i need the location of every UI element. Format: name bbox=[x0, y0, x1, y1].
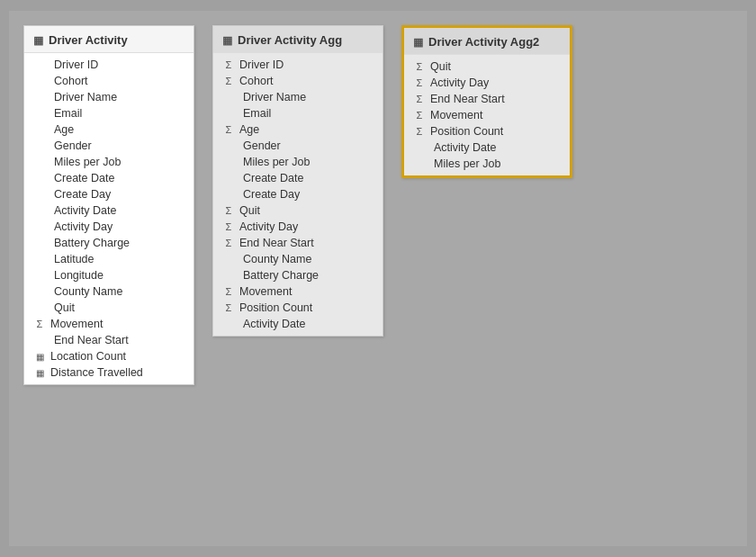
field-name-label: Quit bbox=[239, 204, 374, 217]
field-name-label: County Name bbox=[54, 285, 184, 298]
field-name-label: Cohort bbox=[239, 75, 374, 87]
field-row[interactable]: Create Date bbox=[24, 170, 194, 186]
field-name-label: Create Day bbox=[54, 188, 184, 201]
field-name-label: Miles per Job bbox=[243, 156, 374, 168]
field-row[interactable]: ΣEnd Near Start bbox=[404, 91, 570, 107]
field-row[interactable]: Gender bbox=[24, 138, 194, 154]
field-row[interactable]: ΣMovement bbox=[213, 283, 382, 300]
field-row[interactable]: Driver Name bbox=[24, 89, 194, 105]
field-row[interactable]: ▦Distance Travelled bbox=[24, 364, 194, 381]
field-name-label: End Near Start bbox=[239, 237, 374, 249]
table-header-driver-activity-agg2: ▦Driver Activity Agg2 bbox=[404, 28, 570, 55]
sigma-icon: Σ bbox=[413, 110, 426, 121]
field-name-label: Age bbox=[54, 123, 184, 136]
field-row[interactable]: ΣEnd Near Start bbox=[213, 235, 382, 251]
table-icon: ▦ bbox=[33, 368, 46, 378]
field-name-label: Driver ID bbox=[54, 58, 184, 71]
canvas: ▦Driver ActivityDriver IDCohortDriver Na… bbox=[9, 11, 747, 546]
table-card-driver-activity-agg2: ▦Driver Activity Agg2ΣQuitΣActivity DayΣ… bbox=[401, 25, 572, 178]
field-name-label: Activity Day bbox=[54, 220, 184, 233]
field-row[interactable]: ΣQuit bbox=[213, 202, 382, 219]
field-row[interactable]: Battery Charge bbox=[24, 235, 194, 251]
table-header-driver-activity-agg: ▦Driver Activity Agg bbox=[213, 26, 382, 53]
field-row[interactable]: ΣMovement bbox=[404, 107, 570, 123]
sigma-icon: Σ bbox=[222, 124, 235, 135]
field-row[interactable]: Miles per Job bbox=[404, 156, 570, 172]
field-row[interactable]: Driver Name bbox=[213, 89, 382, 105]
field-row[interactable]: ΣAge bbox=[213, 121, 382, 138]
field-row[interactable]: Latitude bbox=[24, 251, 194, 267]
field-row[interactable]: ΣQuit bbox=[404, 58, 570, 75]
field-name-label: Create Date bbox=[54, 172, 184, 184]
field-row[interactable]: Battery Charge bbox=[213, 267, 382, 283]
field-name-label: End Near Start bbox=[430, 93, 561, 105]
field-row[interactable]: Gender bbox=[213, 138, 382, 154]
field-name-label: County Name bbox=[243, 253, 374, 265]
field-row[interactable]: Activity Date bbox=[213, 316, 382, 332]
field-name-label: Cohort bbox=[54, 75, 184, 87]
sigma-icon: Σ bbox=[413, 61, 426, 72]
field-row[interactable]: ΣPosition Count bbox=[213, 300, 382, 316]
sigma-icon: Σ bbox=[222, 302, 235, 313]
field-row[interactable]: ▦Location Count bbox=[24, 348, 194, 364]
table-body-driver-activity-agg2: ΣQuitΣActivity DayΣEnd Near StartΣMoveme… bbox=[404, 55, 570, 175]
field-row[interactable]: Create Date bbox=[213, 170, 382, 186]
field-name-label: End Near Start bbox=[54, 334, 184, 346]
table-header-driver-activity: ▦Driver Activity bbox=[24, 26, 194, 53]
field-row[interactable]: County Name bbox=[24, 283, 194, 300]
sigma-icon: Σ bbox=[222, 205, 235, 216]
field-row[interactable]: ΣMovement bbox=[24, 316, 194, 332]
field-name-label: Latitude bbox=[54, 253, 184, 265]
table-body-driver-activity-agg: ΣDriver IDΣCohortDriver NameEmailΣAgeGen… bbox=[213, 53, 382, 336]
field-name-label: Movement bbox=[430, 109, 561, 121]
sigma-icon: Σ bbox=[222, 238, 235, 248]
field-name-label: Movement bbox=[239, 285, 374, 298]
field-name-label: Activity Day bbox=[430, 76, 561, 89]
field-row[interactable]: Cohort bbox=[24, 73, 194, 89]
field-row[interactable]: ΣActivity Day bbox=[213, 219, 382, 235]
field-row[interactable]: Miles per Job bbox=[24, 154, 194, 170]
field-name-label: Gender bbox=[243, 139, 374, 152]
field-row[interactable]: Age bbox=[24, 121, 194, 138]
field-row[interactable]: ΣCohort bbox=[213, 73, 382, 89]
sigma-icon: Σ bbox=[413, 77, 426, 88]
table-body-driver-activity: Driver IDCohortDriver NameEmailAgeGender… bbox=[24, 53, 194, 384]
field-row[interactable]: Quit bbox=[24, 300, 194, 316]
field-row[interactable]: Create Day bbox=[213, 186, 382, 202]
sigma-icon: Σ bbox=[33, 319, 46, 329]
field-name-label: Create Day bbox=[243, 188, 374, 201]
field-row[interactable]: Longitude bbox=[24, 267, 194, 283]
field-name-label: Driver ID bbox=[239, 58, 374, 71]
field-name-label: Movement bbox=[50, 318, 184, 330]
field-row[interactable]: Create Day bbox=[24, 186, 194, 202]
field-name-label: Quit bbox=[430, 60, 561, 73]
sigma-icon: Σ bbox=[222, 76, 235, 86]
field-name-label: Miles per Job bbox=[54, 156, 184, 168]
table-header-icon: ▦ bbox=[33, 34, 43, 47]
field-name-label: Age bbox=[239, 123, 374, 136]
field-name-label: Activity Date bbox=[54, 204, 184, 217]
field-name-label: Activity Day bbox=[239, 220, 374, 233]
field-row[interactable]: Miles per Job bbox=[213, 154, 382, 170]
field-row[interactable]: ΣActivity Day bbox=[404, 75, 570, 91]
field-name-label: Position Count bbox=[430, 125, 561, 138]
field-row[interactable]: ΣPosition Count bbox=[404, 123, 570, 139]
table-title: Driver Activity Agg2 bbox=[428, 35, 539, 49]
table-header-icon: ▦ bbox=[413, 36, 423, 49]
field-row[interactable]: Email bbox=[24, 105, 194, 121]
field-name-label: Driver Name bbox=[243, 91, 374, 103]
field-name-label: Email bbox=[243, 107, 374, 120]
field-row[interactable]: Email bbox=[213, 105, 382, 121]
field-row[interactable]: Driver ID bbox=[24, 57, 194, 73]
field-row[interactable]: County Name bbox=[213, 251, 382, 267]
sigma-icon: Σ bbox=[413, 126, 426, 137]
field-row[interactable]: Activity Date bbox=[24, 202, 194, 219]
field-row[interactable]: ΣDriver ID bbox=[213, 57, 382, 73]
field-row[interactable]: End Near Start bbox=[24, 332, 194, 348]
sigma-icon: Σ bbox=[413, 94, 426, 104]
field-row[interactable]: Activity Day bbox=[24, 219, 194, 235]
field-name-label: Activity Date bbox=[243, 318, 374, 330]
table-card-driver-activity-agg: ▦Driver Activity AggΣDriver IDΣCohortDri… bbox=[212, 25, 383, 337]
field-row[interactable]: Activity Date bbox=[404, 139, 570, 156]
field-name-label: Email bbox=[54, 107, 184, 120]
